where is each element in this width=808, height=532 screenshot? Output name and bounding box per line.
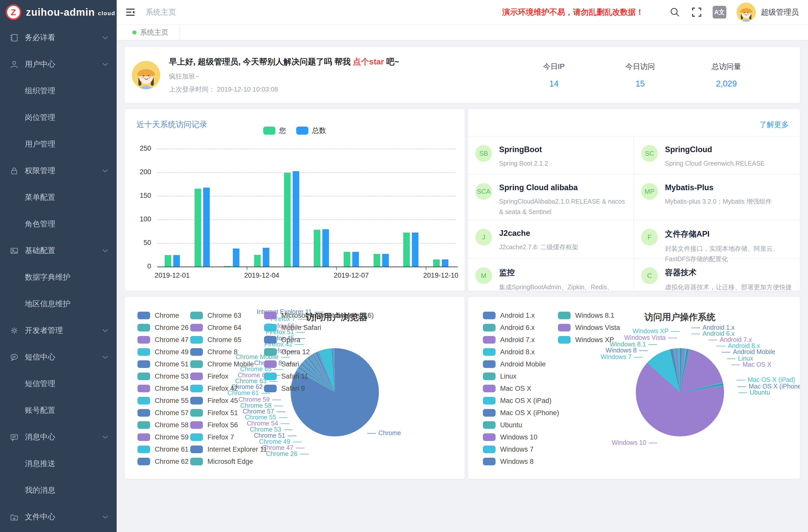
legend-item-Opera 12[interactable]: Opera 12 — [264, 348, 310, 356]
legend-item-Windows 10[interactable]: Windows 10 — [483, 433, 537, 441]
legend-item-Mac OS X (iPad)[interactable]: Mac OS X (iPad) — [483, 397, 552, 404]
sidebar-subitem-6-0[interactable]: 消息推送 — [0, 450, 117, 477]
legend-item-Safari 11[interactable]: Safari 11 — [264, 372, 308, 380]
avatar[interactable] — [736, 2, 756, 22]
sidebar-subitem-2-1[interactable]: 角色管理 — [0, 211, 117, 237]
legend-item-Android 7.x[interactable]: Android 7.x — [483, 336, 535, 344]
sidebar-subitem-6-1[interactable]: 我的消息 — [0, 477, 117, 503]
legend-item-Android Mobile[interactable]: Android Mobile — [483, 360, 546, 368]
legend-item-Android 1.x[interactable]: Android 1.x — [483, 312, 535, 319]
sidebar-subitem-2-0[interactable]: 菜单配置 — [0, 184, 117, 211]
bar-您-2019-12-09 — [403, 233, 410, 267]
legend-item-Chrome 61[interactable]: Chrome 61 — [137, 445, 189, 453]
legend-item-Chrome 62[interactable]: Chrome 62 — [137, 458, 189, 465]
menu-fold-icon[interactable] — [125, 7, 135, 17]
sidebar-subitem-1-1[interactable]: 岗位管理 — [0, 104, 117, 131]
legend-item-Chrome 58[interactable]: Chrome 58 — [137, 421, 189, 429]
sidebar-item-2[interactable]: 权限管理 — [0, 158, 117, 184]
legend-item-Chrome 54[interactable]: Chrome 54 — [137, 385, 189, 392]
tech-card-1: SCSpringCloudSpring Cloud Greenwich.RELE… — [634, 136, 800, 175]
legend-swatch — [264, 348, 277, 356]
search-icon[interactable] — [669, 6, 681, 18]
legend-item-Internet Explorer 11[interactable]: Internet Explorer 11 — [190, 445, 267, 453]
pie-访问用户操作系统 — [636, 348, 724, 436]
learn-more-link[interactable]: 了解更多 — [759, 120, 789, 130]
legend-item-Chrome 26[interactable]: Chrome 26 — [137, 324, 189, 331]
bar-chart-card: 近十天系统访问记录 您 总数 0501001502002502019-12-01… — [125, 109, 465, 291]
logo[interactable]: Z zuihou-admin cloud — [0, 0, 117, 24]
legend-item-Windows 8.1[interactable]: Windows 8.1 — [558, 312, 614, 319]
bar-您-2019-12-04 — [254, 255, 261, 267]
legend-swatch — [483, 312, 496, 319]
legend-item-Chrome 55[interactable]: Chrome 55 — [137, 397, 189, 404]
legend-item-Mac OS X[interactable]: Mac OS X — [483, 385, 531, 392]
legend-item-Android 6.x[interactable]: Android 6.x — [483, 324, 535, 331]
gallery-icon — [10, 246, 19, 255]
legend-item-Android 8.x[interactable]: Android 8.x — [483, 348, 535, 356]
sidebar-subitem-5-1[interactable]: 账号配置 — [0, 397, 117, 424]
y-axis-tick-label: 250 — [128, 145, 151, 152]
legend-item-Chrome 63[interactable]: Chrome 63 — [190, 312, 241, 319]
legend-item-Chrome Mobile[interactable]: Chrome Mobile — [190, 360, 254, 368]
stat-label: 今日IP — [511, 61, 597, 72]
legend-item-Mobile Safari[interactable]: Mobile Safari — [264, 324, 321, 331]
legend-item-Chrome 49[interactable]: Chrome 49 — [137, 348, 189, 356]
sidebar-subitem-3-0[interactable]: 数据字典维护 — [0, 264, 117, 291]
username[interactable]: 超级管理员 — [761, 7, 799, 18]
bar-您-2019-12-07 — [344, 252, 350, 267]
legend-item-Mac OS X (iPhone)[interactable]: Mac OS X (iPhone) — [483, 409, 559, 417]
legend-item-Chrome 59[interactable]: Chrome 59 — [137, 433, 189, 441]
sidebar-subitem-1-0[interactable]: 组织管理 — [0, 78, 117, 104]
legend-label: Windows 8 — [500, 458, 534, 465]
legend-item-Safari[interactable]: Safari — [264, 360, 299, 368]
legend-item-Chrome 65[interactable]: Chrome 65 — [190, 336, 241, 344]
fullscreen-icon[interactable] — [691, 6, 702, 18]
legend-item-Chrome 57[interactable]: Chrome 57 — [137, 409, 189, 417]
language-icon[interactable]: A文 — [713, 6, 726, 19]
sidebar-item-1[interactable]: 用户中心 — [0, 51, 117, 78]
sidebar-item-4[interactable]: 开发者管理 — [0, 317, 117, 344]
sidebar-item-7[interactable]: 文件中心 — [0, 503, 117, 530]
legend-label: Chrome 64 — [207, 324, 241, 332]
legend-item-Firefox 56[interactable]: Firefox 56 — [190, 421, 238, 429]
legend-item-Chrome[interactable]: Chrome — [137, 312, 179, 319]
legend-item-Linux[interactable]: Linux — [483, 372, 517, 380]
star-link[interactable]: 点个star — [353, 57, 384, 66]
sidebar-item-0[interactable]: 务必详看 — [0, 24, 117, 51]
sidebar-item-5[interactable]: 短信中心 — [0, 344, 117, 370]
content: 早上好, 超级管理员, 今天帮别人解决问题了吗 帮我 点个star 吧~ 疯狂加… — [117, 41, 808, 532]
sidebar-item-3[interactable]: 基础配置 — [0, 237, 117, 264]
legend-swatch — [483, 409, 496, 417]
legend-item-Windows Vista[interactable]: Windows Vista — [558, 324, 620, 331]
legend-item-Microsoft Edge[interactable]: Microsoft Edge — [190, 458, 253, 465]
legend-item-Chrome 64[interactable]: Chrome 64 — [190, 324, 241, 331]
legend-item-Safari 9[interactable]: Safari 9 — [264, 385, 305, 392]
legend-item-Firefox[interactable]: Firefox — [190, 372, 228, 380]
legend-item-Firefox 45[interactable]: Firefox 45 — [190, 397, 238, 404]
legend-item-Chrome 8[interactable]: Chrome 8 — [190, 348, 238, 356]
tech-badge: M — [475, 267, 492, 284]
sidebar-item-6[interactable]: 消息中心 — [0, 424, 117, 450]
sidebar-subitem-3-1[interactable]: 地区信息维护 — [0, 291, 117, 317]
tech-title: Spring Cloud alibaba — [499, 183, 627, 192]
legend-swatch — [137, 421, 150, 429]
legend-swatch — [137, 336, 150, 344]
legend-item-Chrome 51[interactable]: Chrome 51 — [137, 360, 189, 368]
legend-item-Opera[interactable]: Opera — [264, 336, 300, 344]
sidebar-subitem-1-2[interactable]: 用户管理 — [0, 131, 117, 158]
legend-item-Chrome 53[interactable]: Chrome 53 — [137, 372, 189, 380]
legend-item-Windows 7[interactable]: Windows 7 — [483, 445, 534, 453]
legend-item-Firefox 42[interactable]: Firefox 42 — [190, 385, 238, 392]
tab-system-home[interactable]: 系统主页 — [121, 25, 180, 40]
tech-text: 容器技术虚拟化容器技术，让迁移、部署更加方便快捷 — [665, 264, 792, 291]
y-axis-tick-label: 0 — [128, 262, 151, 270]
sidebar-subitem-5-0[interactable]: 短信管理 — [0, 370, 117, 397]
legend-item-Ubuntu[interactable]: Ubuntu — [483, 421, 522, 429]
breadcrumb[interactable]: 系统主页 — [146, 7, 176, 18]
legend-item-Firefox 7[interactable]: Firefox 7 — [190, 433, 234, 441]
tech-title: J2cache — [499, 229, 579, 238]
legend-item-Windows XP[interactable]: Windows XP — [558, 336, 614, 344]
legend-item-Windows 8[interactable]: Windows 8 — [483, 458, 534, 465]
legend-item-Chrome 47[interactable]: Chrome 47 — [137, 336, 189, 344]
legend-item-Firefox 51[interactable]: Firefox 51 — [190, 409, 238, 417]
